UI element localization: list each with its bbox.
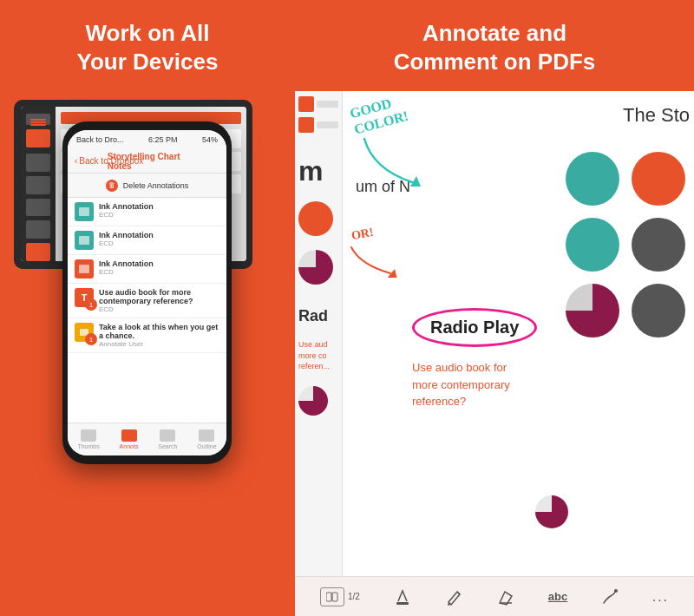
phone-tab-annots[interactable]: Annots [120, 429, 139, 449]
annot-text-3: Ink Annotation ECD [99, 259, 219, 276]
annot-badge-5: 1 [85, 333, 97, 345]
sidebar-partial-row2 [298, 117, 338, 133]
phone-status-left: Back to Dro... [76, 135, 124, 144]
left-header-line2: Your Devices [77, 49, 219, 75]
thumbs-label: Thumbs [77, 443, 99, 449]
annots-label: Annots [120, 443, 139, 449]
good-color-arrow [356, 134, 425, 187]
annot-text-2: Ink Annotation ECD [99, 231, 219, 247]
annot-item-3[interactable]: Ink Annotation ECD [68, 255, 226, 284]
pdf-title: The Sto [623, 104, 690, 127]
annot-badge-4: 1 [85, 298, 97, 311]
pencil-icon [444, 587, 463, 606]
thumbs-icon [81, 429, 96, 442]
outline-icon [199, 429, 214, 442]
sp-text2 [317, 121, 338, 128]
tablet-sidebar-item3 [26, 154, 50, 172]
annots-icon [121, 429, 137, 442]
circle-gray1 [632, 218, 685, 272]
right-header: Annotate and Comment on PDFs [376, 0, 613, 84]
orange-circle-partial [298, 201, 333, 236]
search-icon [160, 429, 175, 442]
left-panel: Work on All Your Devices [0, 0, 295, 616]
small-pie-chart [535, 495, 568, 528]
circle-teal1 [566, 152, 619, 206]
sp-icon2 [298, 117, 314, 133]
annot-icon-ink1 [75, 202, 94, 221]
page-count-text: 1/2 [348, 592, 360, 601]
pen-icon [600, 587, 619, 606]
phone-delete-bar[interactable]: 🗑 Delete Annotations [68, 174, 226, 198]
toolbar-pen-item[interactable] [600, 587, 619, 606]
svg-line-6 [457, 592, 460, 594]
toolbar-eraser-item[interactable] [496, 587, 515, 606]
phone-annotations-list: Ink Annotation ECD Ink Annotation ECD [68, 198, 226, 423]
sidebar-partial-content: m Rad Use audmore coreferen... [295, 91, 342, 421]
left-header-line1: Work on All [85, 20, 209, 46]
small-pie-partial [298, 386, 328, 416]
eraser-icon [496, 587, 515, 606]
toolbar-more-item[interactable]: ... [652, 589, 669, 605]
tablet-sidebar-item7 [26, 243, 50, 261]
tablet-sidebar [21, 107, 56, 261]
phone-tab-thumbs[interactable]: Thumbs [77, 429, 99, 449]
phone-nav-bar: ‹ Back to Dropbox Storytelling Chart Not… [68, 149, 226, 174]
good-color-text: GOODCOLOR! [348, 91, 410, 138]
phone-status-battery: 54% [202, 135, 218, 144]
phone-tab-outline[interactable]: Outline [197, 429, 216, 449]
annot-text-4: Use audio book for more contemporary ref… [99, 288, 219, 313]
rad-text-partial: Rad [298, 307, 338, 325]
phone-status-bar: Back to Dro... 6:25 PM 54% [68, 130, 226, 149]
annot-item-5[interactable]: 1 Take a look at this when you get a cha… [68, 318, 226, 353]
phone-tab-search[interactable]: Search [158, 429, 177, 449]
delete-annotations-label: Delete Annotations [123, 181, 189, 190]
color-or-arrow [347, 243, 399, 278]
radio-play-ellipse: Radio Play [412, 308, 537, 347]
sidebar-partial-row1 [298, 96, 338, 112]
audio-book-text: Use audio book formore contemporaryrefer… [412, 359, 690, 410]
color-or-annotation: OR! [351, 226, 374, 241]
toolbar-highlight-item[interactable] [393, 587, 412, 606]
toolbar-pencil-item[interactable] [444, 587, 463, 606]
handwriting-good-color: GOODCOLOR! [351, 98, 407, 131]
annot-text-1: Ink Annotation ECD [99, 202, 219, 219]
svg-point-9 [614, 589, 618, 593]
pdf-container: m Rad Use audmore coreferen... GOODCOLOR… [295, 91, 694, 616]
svg-rect-3 [332, 593, 337, 601]
phone-mockup: Back to Dro... 6:25 PM 54% ‹ Back to Dro… [62, 121, 232, 464]
annot-item-4[interactable]: T 1 Use audio book for more contemporary… [68, 284, 226, 318]
left-header: Work on All Your Devices [60, 0, 236, 84]
outline-label: Outline [197, 443, 216, 449]
pdf-title-text: The Sto [623, 104, 690, 126]
right-panel: Annotate and Comment on PDFs m [295, 0, 694, 616]
page-book-icon [320, 587, 344, 606]
svg-rect-5 [396, 602, 409, 605]
sp-icon1 [298, 96, 314, 112]
circle-teal2 [566, 218, 619, 272]
color-or-text: OR! [350, 226, 375, 243]
tablet-sidebar-item6 [26, 220, 50, 239]
toolbar-text-item[interactable]: abc [548, 590, 567, 603]
annot-item-2[interactable]: Ink Annotation ECD [68, 226, 226, 255]
phone-screen: Back to Dro... 6:25 PM 54% ‹ Back to Dro… [68, 130, 226, 455]
highlight-icon [393, 587, 412, 606]
phone-nav-title: Storytelling Chart Notes [108, 152, 187, 171]
tablet-sidebar-item2 [26, 129, 50, 147]
svg-rect-2 [326, 593, 331, 601]
phone-status-time: 6:25 PM [148, 135, 178, 144]
radio-play-section: Radio Play Use audio book formore contem… [412, 308, 690, 410]
right-header-line2: Comment on PDFs [394, 49, 596, 75]
tablet-sidebar-item1 [26, 114, 50, 125]
annot-icon-ink2 [75, 231, 94, 250]
more-dots: ... [652, 589, 669, 605]
right-header-line1: Annotate and [422, 20, 566, 46]
annot-item-1[interactable]: Ink Annotation ECD [68, 198, 226, 226]
search-label: Search [158, 443, 177, 449]
annot-text-5: Take a look at this when you get a chanc… [99, 323, 219, 348]
left-sidebar-partial: m Rad Use audmore coreferen... [295, 91, 343, 576]
abc-label: abc [548, 590, 567, 603]
pdf-page-main: GOODCOLOR! The Sto [343, 91, 694, 576]
use-aud-partial: Use audmore coreferen... [298, 339, 338, 372]
circle-orange [632, 152, 685, 206]
toolbar-page-count-item[interactable]: 1/2 [320, 587, 360, 606]
